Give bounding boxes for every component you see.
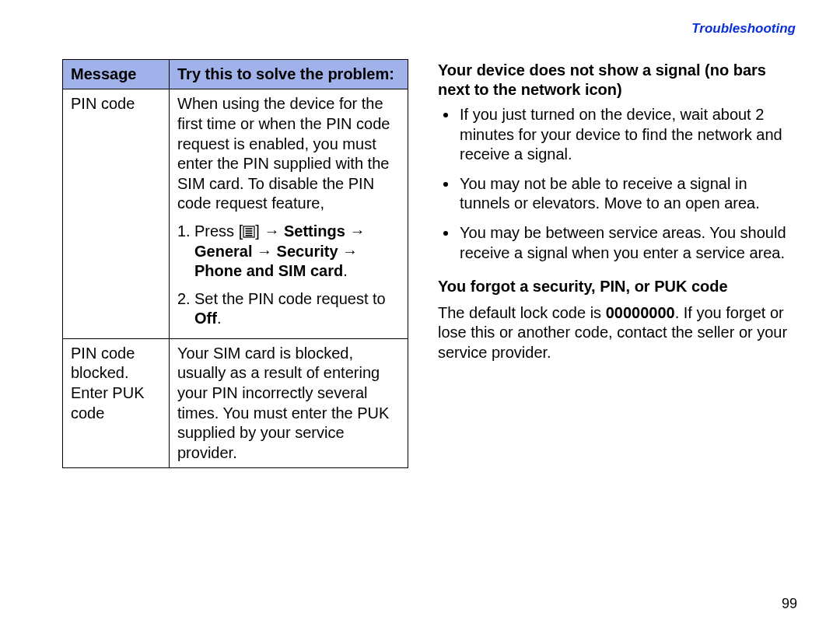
menu-path-general: General — [194, 243, 252, 260]
list-item: If you just turned on the device, wait a… — [458, 105, 797, 165]
table-header-row: Message Try this to solve the problem: — [63, 59, 408, 89]
left-column: Message Try this to solve the problem: P… — [62, 59, 408, 469]
svg-rect-4 — [246, 235, 253, 236]
value-off: Off — [194, 310, 217, 327]
manual-page: Troubleshooting Message Try this to solv… — [0, 0, 840, 630]
table-row: PIN code blocked. Enter PUK code Your SI… — [63, 338, 408, 468]
step-number: 1. — [177, 222, 194, 282]
step-text: Set the PIN code request to Off. — [194, 289, 401, 329]
right-column: Your device does not show a signal (no b… — [438, 59, 797, 469]
cell-solution: Your SIM card is blocked, usually as a r… — [170, 338, 408, 468]
two-column-layout: Message Try this to solve the problem: P… — [62, 59, 797, 469]
header-solution: Try this to solve the problem: — [170, 59, 408, 89]
table-row: PIN code When using the device for the f… — [63, 89, 408, 339]
svg-rect-1 — [246, 228, 253, 229]
page-number: 99 — [782, 595, 797, 613]
step-2: 2. Set the PIN code request to Off. — [177, 289, 401, 329]
troubleshooting-table: Message Try this to solve the problem: P… — [62, 59, 408, 469]
step-text: Press [] → Settings → General → Security… — [194, 222, 401, 282]
step-1: 1. Press [] → Settings → General → Secur… — [177, 222, 401, 282]
menu-path-settings: Settings — [284, 222, 345, 240]
section-title-no-signal: Your device does not show a signal (no b… — [438, 61, 797, 100]
menu-key-icon — [243, 226, 255, 238]
list-item: You may be between service areas. You sh… — [458, 223, 797, 263]
header-message: Message — [63, 59, 170, 89]
solution-intro: When using the device for the first time… — [177, 94, 401, 214]
forgot-code-paragraph: The default lock code is 00000000. If yo… — [438, 303, 797, 363]
default-lock-code: 00000000 — [606, 304, 675, 321]
no-signal-bullet-list: If you just turned on the device, wait a… — [438, 105, 797, 263]
section-title-forgot-code: You forgot a security, PIN, or PUK code — [438, 277, 797, 297]
cell-message: PIN code blocked. Enter PUK code — [63, 338, 170, 468]
page-header: Troubleshooting — [62, 20, 797, 37]
list-item: You may not be able to receive a signal … — [458, 174, 797, 214]
cell-solution: When using the device for the first time… — [170, 89, 408, 339]
svg-rect-3 — [246, 233, 253, 234]
menu-path-security: Security — [277, 243, 338, 260]
menu-path-phone-sim: Phone and SIM card — [194, 262, 343, 279]
step-number: 2. — [177, 289, 194, 329]
svg-rect-2 — [246, 230, 253, 232]
cell-message: PIN code — [63, 89, 170, 339]
